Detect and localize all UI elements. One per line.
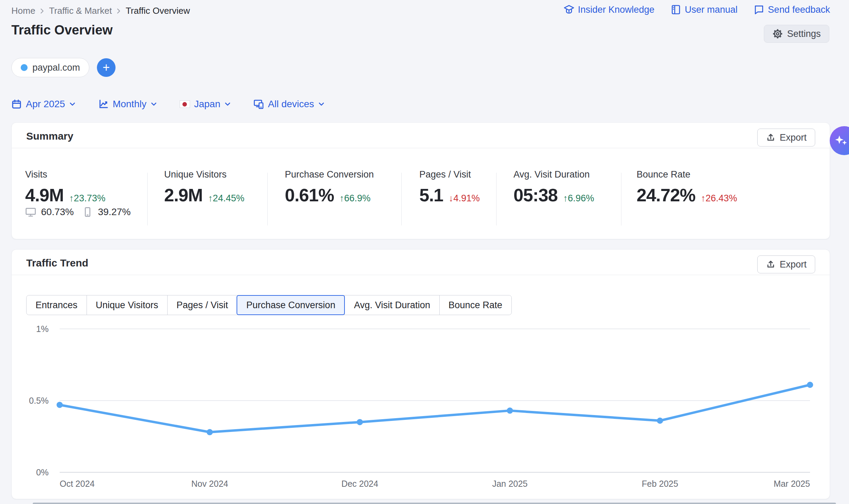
chart-point	[357, 419, 363, 425]
sparkles-icon	[833, 132, 849, 149]
calendar-icon	[11, 99, 22, 109]
date-range-label: Apr 2025	[26, 99, 65, 110]
insider-knowledge-label: Insider Knowledge	[578, 4, 655, 15]
chevron-down-icon	[318, 102, 324, 106]
devices-icon	[253, 99, 264, 109]
metric-bounce-rate: Bounce Rate 24.72% ↑26.43%	[637, 169, 737, 205]
mobile-icon	[82, 206, 93, 218]
date-range-filter[interactable]: Apr 2025	[11, 99, 76, 110]
metric-value: 24.72%	[637, 185, 695, 205]
bottom-edge	[33, 503, 836, 504]
traffic-trend-card: Traffic Trend Export Entrances Unique Vi…	[11, 249, 830, 499]
chart-point	[657, 417, 663, 424]
breadcrumb: Home Traffic & Market Traffic Overview	[11, 6, 190, 16]
y-tick-label: 1%	[36, 324, 49, 334]
insider-knowledge-link[interactable]: Insider Knowledge	[563, 4, 655, 15]
ai-assistant-button[interactable]	[830, 126, 849, 155]
metric-label: Pages / Visit	[419, 169, 480, 180]
metric-label: Unique Visitors	[164, 169, 244, 180]
summary-card: Summary Export Visits 4.9M ↑23.73% 60.73…	[11, 122, 830, 239]
metric-label: Visits	[25, 169, 106, 180]
metric-divider	[496, 173, 497, 225]
metric-label: Avg. Visit Duration	[513, 169, 594, 180]
metric-value: 4.9M	[25, 185, 64, 205]
breadcrumb-current: Traffic Overview	[126, 6, 190, 16]
metric-pages-visit: Pages / Visit 5.1 ↓4.91%	[419, 169, 480, 205]
chevron-down-icon	[69, 102, 76, 106]
metric-unique-visitors: Unique Visitors 2.9M ↑24.45%	[164, 169, 244, 205]
tab-bounce-rate[interactable]: Bounce Rate	[439, 295, 511, 315]
chart-point	[207, 429, 213, 435]
summary-header: Summary Export	[12, 123, 830, 148]
tab-purchase-conversion[interactable]: Purchase Conversion	[237, 295, 345, 315]
x-tick-label: Oct 2024	[60, 479, 95, 488]
tab-unique-visitors[interactable]: Unique Visitors	[87, 295, 167, 315]
metric-label: Purchase Conversion	[285, 169, 374, 180]
trend-chart: 0%0.5%1%Oct 2024Nov 2024Dec 2024Jan 2025…	[12, 321, 830, 493]
granularity-label: Monthly	[113, 99, 147, 110]
domain-color-dot	[21, 64, 28, 71]
x-tick-label: Nov 2024	[191, 479, 228, 488]
academy-cap-icon	[563, 4, 575, 15]
metric-change: ↑23.73%	[69, 193, 106, 204]
chart-point	[57, 402, 63, 408]
metric-change: ↑66.9%	[339, 193, 370, 204]
domain-chip[interactable]: paypal.com	[11, 58, 89, 77]
device-split: 60.73% 39.27%	[25, 206, 131, 218]
tab-pages-visit[interactable]: Pages / Visit	[167, 295, 237, 315]
book-icon	[670, 4, 681, 15]
y-tick-label: 0%	[36, 467, 49, 477]
x-tick-label: Feb 2025	[642, 479, 678, 488]
x-tick-label: Jan 2025	[492, 479, 528, 488]
trend-export-button[interactable]: Export	[757, 255, 815, 273]
chevron-right-icon	[40, 8, 44, 14]
metric-divider	[147, 173, 148, 225]
chevron-right-icon	[117, 8, 121, 14]
user-manual-label: User manual	[685, 4, 738, 15]
trend-divider	[12, 275, 830, 275]
add-competitor-button[interactable]: +	[97, 58, 116, 77]
metric-change: ↑6.96%	[563, 193, 594, 204]
send-feedback-label: Send feedback	[768, 4, 830, 15]
metric-avg-visit-duration: Avg. Visit Duration 05:38 ↑6.96%	[513, 169, 594, 205]
chevron-down-icon	[224, 102, 231, 106]
user-manual-link[interactable]: User manual	[670, 4, 738, 15]
summary-export-button[interactable]: Export	[757, 129, 815, 147]
metric-change: ↑24.45%	[208, 193, 244, 204]
feedback-bubble-icon	[753, 4, 765, 15]
devices-filter[interactable]: All devices	[253, 99, 324, 110]
summary-title: Summary	[26, 130, 73, 142]
trend-title: Traffic Trend	[26, 257, 88, 269]
metric-value: 2.9M	[164, 185, 203, 205]
trend-line-icon	[98, 99, 109, 109]
desktop-share: 60.73%	[41, 206, 74, 218]
domain-label: paypal.com	[32, 62, 80, 73]
tab-entrances[interactable]: Entrances	[27, 295, 87, 315]
granularity-filter[interactable]: Monthly	[98, 99, 157, 110]
devices-label: All devices	[268, 99, 314, 110]
metric-divider	[621, 173, 621, 225]
page-title: Traffic Overview	[11, 23, 113, 38]
header-links: Insider Knowledge User manual Send feedb…	[563, 4, 830, 15]
metric-value: 0.61%	[285, 185, 334, 205]
metric-change: ↓4.91%	[449, 193, 480, 204]
metric-change: ↑26.43%	[701, 193, 737, 204]
metric-visits: Visits 4.9M ↑23.73%	[25, 169, 106, 205]
metric-value: 5.1	[419, 185, 443, 205]
y-tick-label: 0.5%	[29, 396, 49, 405]
target-row: paypal.com +	[11, 58, 116, 77]
metric-label: Bounce Rate	[637, 169, 737, 180]
export-icon	[766, 133, 776, 142]
region-filter[interactable]: Japan	[180, 99, 231, 110]
settings-label: Settings	[787, 29, 821, 39]
breadcrumb-home[interactable]: Home	[11, 6, 35, 16]
chevron-down-icon	[151, 102, 157, 106]
send-feedback-link[interactable]: Send feedback	[753, 4, 830, 15]
trend-export-label: Export	[780, 259, 807, 270]
japan-flag-icon	[180, 100, 190, 108]
chart-point	[807, 382, 813, 388]
breadcrumb-traffic-market[interactable]: Traffic & Market	[49, 6, 112, 16]
settings-button[interactable]: Settings	[764, 25, 829, 43]
tab-avg-visit-duration[interactable]: Avg. Visit Duration	[344, 295, 439, 315]
x-tick-label: Dec 2024	[341, 479, 378, 488]
